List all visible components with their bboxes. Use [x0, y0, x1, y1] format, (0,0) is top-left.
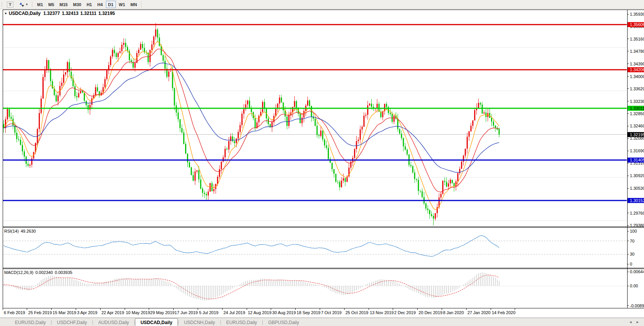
rsi-label: RSI(14)49.2630 — [4, 229, 38, 233]
price-tick-label: 1.30920 — [630, 173, 644, 178]
date-tick-label: 3 Apr 2019 — [77, 310, 97, 315]
macd-name: MACD(12,26,9) — [4, 270, 33, 275]
macd-label: MACD(12,26,9)0.0023400.003935 — [4, 270, 74, 275]
symbol-tabs: EURUSD,Daily|USDCHF,Daily|AUDUSD,Daily|U… — [0, 318, 304, 326]
ohlc-high-value: 1.32413 — [62, 11, 78, 16]
price-level-badge-label: 1.31405 — [630, 158, 644, 162]
date-tick-label: 27 Jan 2020 — [467, 310, 491, 315]
ohlc-close-value: 1.32195 — [98, 11, 115, 16]
chart-title: ▼USDCAD,Daily1.323771.324131.321111.3219… — [4, 11, 115, 16]
symbol-tab-bar: EURUSD,Daily|USDCHF,Daily|AUDUSD,Daily|U… — [0, 318, 644, 326]
date-tick-label: 17 Jun 2019 — [175, 310, 198, 315]
rsi-tick-label: 100 — [630, 229, 637, 233]
chart-canvas[interactable]: 1.359301.355501.351601.347801.343901.340… — [0, 0, 644, 326]
rsi-tick-label: 0 — [630, 262, 632, 266]
macd-tick-label: -0.008982 — [630, 303, 644, 308]
ma-fast — [4, 42, 499, 210]
price-tick-label: 1.33620 — [630, 86, 644, 91]
rsi-panel: 10070300 — [3, 229, 637, 266]
tab-scroll-left-icon[interactable]: ◂ — [629, 319, 632, 324]
rsi-line — [4, 236, 499, 257]
panel-borders[interactable] — [3, 10, 644, 308]
price-tick-label: 1.35930 — [630, 12, 644, 16]
tab-eurusddaily-0[interactable]: EURUSD,Daily — [10, 319, 51, 326]
price-tick-label: 1.31690 — [630, 148, 644, 153]
ma-fast-line — [4, 42, 499, 210]
date-tick-label: 15 Mar 2019 — [53, 310, 76, 315]
date-tick-label: 8 Jan 2020 — [443, 310, 463, 315]
tab-eurusddaily-5[interactable]: EURUSD,Daily — [221, 319, 262, 326]
date-tick-label: 10 May 2019 — [126, 310, 150, 315]
date-tick-label: 2 Dec 2019 — [394, 310, 416, 315]
tab-usdcaddaily-3[interactable]: USDCAD,Daily — [135, 318, 177, 326]
price-level-badge-label: 1.32195 — [630, 132, 644, 137]
chart-symbol-label: USDCAD,Daily — [9, 11, 41, 16]
price-level-badge-label: 1.33011 — [630, 106, 644, 111]
candles-series — [3, 23, 500, 225]
price-level-badge-label: 1.34206 — [630, 67, 644, 72]
date-tick-label: 13 Nov 2019 — [370, 310, 394, 315]
date-tick-label: 29 May 2019 — [150, 310, 175, 315]
price-level-badge-label: 1.35606 — [630, 22, 644, 27]
tab-audusddaily-2[interactable]: AUDUSD,Daily — [93, 319, 134, 326]
price-tick-label: 1.32850 — [630, 111, 644, 116]
price-tick-label: 1.34000 — [630, 74, 644, 79]
date-tick-label: 6 Feb 2019 — [4, 310, 25, 315]
price-tick-label: 1.34390 — [630, 62, 644, 66]
ma-slow-line — [4, 63, 499, 173]
main-grid — [3, 47, 627, 220]
tab-scroll-buttons: ◂ ▸ — [626, 319, 639, 324]
rsi-name: RSI(14) — [4, 229, 19, 233]
price-tick-label: 1.29380 — [630, 223, 644, 228]
tab-gbpusddaily-6[interactable]: GBPUSD,Daily — [263, 319, 304, 326]
date-tick-label: 24 Jul 2019 — [223, 310, 245, 315]
macd-tick-label: 0.00 — [630, 284, 638, 288]
macd-signal-line — [4, 275, 499, 299]
price-axis[interactable]: 1.359301.355501.351601.347801.343901.340… — [627, 12, 644, 228]
macd-histogram — [4, 272, 499, 300]
tab-usdcnhdaily-4[interactable]: USDCNH,Daily — [179, 319, 220, 326]
price-tick-label: 1.30530 — [630, 186, 644, 191]
tab-scroll-right-icon[interactable]: ▸ — [636, 319, 639, 324]
tab-usdchfdaily-1[interactable]: USDCHF,Daily — [52, 319, 92, 326]
macd-tick-label: 0.006448 — [630, 269, 644, 274]
price-tick-label: 1.34780 — [630, 49, 644, 54]
ma-mid-line — [4, 49, 499, 192]
date-tick-label: 25 Feb 2019 — [28, 310, 52, 315]
date-tick-label: 20 Dec 2019 — [419, 310, 442, 315]
date-tick-label: 18 Sep 2019 — [297, 310, 320, 315]
price-level-badge-label: 1.30152 — [630, 198, 644, 203]
ohlc-low-value: 1.32111 — [80, 11, 96, 16]
rsi-tick-label: 70 — [630, 239, 634, 243]
rsi-current-value: 49.2630 — [21, 229, 36, 233]
macd-main-value: 0.002340 — [35, 270, 53, 275]
ohlc-open-value: 1.32377 — [43, 11, 60, 16]
price-tick-label: 1.32460 — [630, 124, 644, 128]
collapse-triangle-icon[interactable]: ▼ — [4, 12, 7, 15]
date-tick-label: 22 Apr 2019 — [101, 310, 124, 315]
date-tick-label: 5 Jul 2019 — [199, 310, 218, 315]
price-tick-label: 1.29760 — [630, 211, 644, 215]
ma-slow — [4, 63, 499, 173]
ma-mid — [4, 49, 499, 192]
macd-panel: 0.0064480.00-0.008982 — [3, 269, 644, 308]
macd-signal-value: 0.003935 — [55, 270, 72, 275]
date-tick-label: 7 Oct 2019 — [321, 310, 342, 315]
level-lines — [3, 24, 627, 200]
mt4-window: T ▾ M1M5M15M30H1H4D1W1MN ▼USDCAD,Daily1.… — [0, 0, 644, 326]
rsi-tick-label: 30 — [630, 252, 634, 256]
date-axis[interactable]: 6 Feb 201925 Feb 201915 Mar 20193 Apr 20… — [3, 308, 516, 315]
date-tick-label: 12 Aug 2019 — [248, 310, 272, 315]
date-tick-label: 25 Oct 2019 — [345, 310, 368, 315]
date-tick-label: 30 Aug 2019 — [272, 310, 296, 315]
price-tick-label: 1.35160 — [630, 37, 644, 41]
price-tick-label: 1.33230 — [630, 99, 644, 104]
date-tick-label: 14 Feb 2020 — [492, 310, 516, 315]
